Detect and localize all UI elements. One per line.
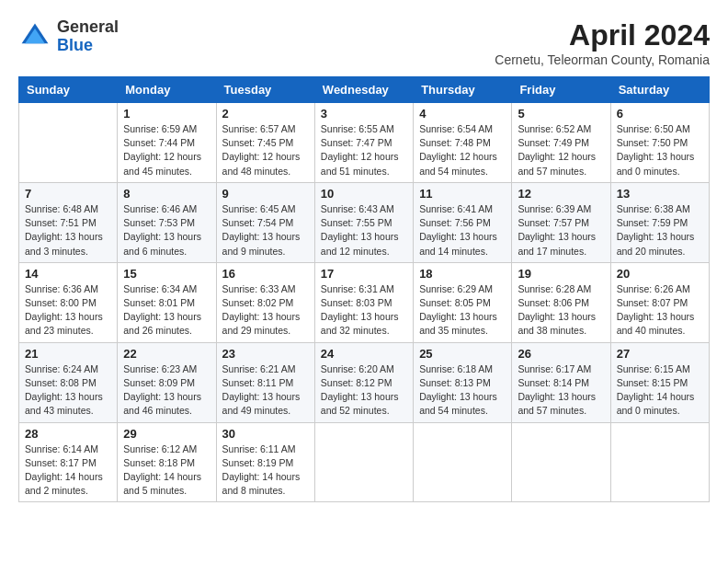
calendar-cell: 22Sunrise: 6:23 AM Sunset: 8:09 PM Dayli… bbox=[118, 342, 216, 422]
day-number: 5 bbox=[518, 107, 604, 121]
calendar-week-row: 7Sunrise: 6:48 AM Sunset: 7:51 PM Daylig… bbox=[19, 182, 710, 262]
day-number: 16 bbox=[222, 267, 309, 281]
day-number: 22 bbox=[123, 347, 210, 361]
day-number: 7 bbox=[25, 187, 111, 201]
day-number: 8 bbox=[123, 187, 210, 201]
calendar-cell: 7Sunrise: 6:48 AM Sunset: 7:51 PM Daylig… bbox=[19, 182, 118, 262]
calendar-cell: 20Sunrise: 6:26 AM Sunset: 8:07 PM Dayli… bbox=[610, 262, 709, 342]
calendar-cell: 16Sunrise: 6:33 AM Sunset: 8:02 PM Dayli… bbox=[216, 262, 314, 342]
day-number: 30 bbox=[222, 427, 309, 441]
day-info: Sunrise: 6:50 AM Sunset: 7:50 PM Dayligh… bbox=[617, 122, 703, 178]
day-info: Sunrise: 6:18 AM Sunset: 8:13 PM Dayligh… bbox=[419, 362, 506, 419]
day-info: Sunrise: 6:11 AM Sunset: 8:19 PM Dayligh… bbox=[222, 442, 309, 499]
calendar-cell: 24Sunrise: 6:20 AM Sunset: 8:12 PM Dayli… bbox=[314, 342, 413, 422]
day-info: Sunrise: 6:20 AM Sunset: 8:12 PM Dayligh… bbox=[321, 362, 407, 419]
logo-blue: Blue bbox=[57, 37, 119, 55]
day-number: 20 bbox=[617, 267, 703, 281]
day-info: Sunrise: 6:15 AM Sunset: 8:15 PM Dayligh… bbox=[617, 362, 703, 419]
calendar-cell: 2Sunrise: 6:57 AM Sunset: 7:45 PM Daylig… bbox=[216, 103, 314, 183]
calendar-cell: 21Sunrise: 6:24 AM Sunset: 8:08 PM Dayli… bbox=[19, 342, 118, 422]
day-info: Sunrise: 6:31 AM Sunset: 8:03 PM Dayligh… bbox=[321, 282, 407, 339]
day-number: 24 bbox=[321, 347, 407, 361]
day-info: Sunrise: 6:17 AM Sunset: 8:14 PM Dayligh… bbox=[518, 362, 604, 419]
day-number: 2 bbox=[222, 107, 309, 121]
day-info: Sunrise: 6:34 AM Sunset: 8:01 PM Dayligh… bbox=[123, 282, 210, 339]
calendar-table: SundayMondayTuesdayWednesdayThursdayFrid… bbox=[18, 76, 710, 502]
day-number: 14 bbox=[25, 267, 111, 281]
calendar-cell: 6Sunrise: 6:50 AM Sunset: 7:50 PM Daylig… bbox=[610, 103, 709, 183]
day-info: Sunrise: 6:14 AM Sunset: 8:17 PM Dayligh… bbox=[25, 442, 111, 499]
calendar-cell bbox=[512, 422, 610, 502]
logo-text: General Blue bbox=[57, 18, 119, 55]
page-header: General Blue April 2024 Cernetu, Teleorm… bbox=[18, 18, 710, 67]
calendar-cell: 15Sunrise: 6:34 AM Sunset: 8:01 PM Dayli… bbox=[118, 262, 216, 342]
calendar-cell bbox=[414, 422, 512, 502]
calendar-cell: 8Sunrise: 6:46 AM Sunset: 7:53 PM Daylig… bbox=[118, 182, 216, 262]
day-number: 27 bbox=[617, 347, 703, 361]
title-section: April 2024 Cernetu, Teleorman County, Ro… bbox=[495, 18, 710, 67]
calendar-cell bbox=[19, 103, 118, 183]
day-number: 9 bbox=[222, 187, 309, 201]
day-number: 1 bbox=[123, 107, 210, 121]
calendar-cell: 9Sunrise: 6:45 AM Sunset: 7:54 PM Daylig… bbox=[216, 182, 314, 262]
weekday-header: Monday bbox=[118, 77, 216, 103]
day-info: Sunrise: 6:39 AM Sunset: 7:57 PM Dayligh… bbox=[518, 202, 604, 259]
day-number: 19 bbox=[518, 267, 604, 281]
calendar-cell: 13Sunrise: 6:38 AM Sunset: 7:59 PM Dayli… bbox=[610, 182, 709, 262]
day-number: 21 bbox=[25, 347, 111, 361]
weekday-header: Tuesday bbox=[216, 77, 314, 103]
day-number: 12 bbox=[518, 187, 604, 201]
day-info: Sunrise: 6:24 AM Sunset: 8:08 PM Dayligh… bbox=[25, 362, 111, 419]
calendar-cell: 26Sunrise: 6:17 AM Sunset: 8:14 PM Dayli… bbox=[512, 342, 610, 422]
calendar-header-row: SundayMondayTuesdayWednesdayThursdayFrid… bbox=[19, 77, 710, 103]
calendar-cell: 14Sunrise: 6:36 AM Sunset: 8:00 PM Dayli… bbox=[19, 262, 118, 342]
weekday-header: Thursday bbox=[414, 77, 512, 103]
weekday-header: Sunday bbox=[19, 77, 118, 103]
calendar-cell: 11Sunrise: 6:41 AM Sunset: 7:56 PM Dayli… bbox=[414, 182, 512, 262]
location-subtitle: Cernetu, Teleorman County, Romania bbox=[495, 52, 710, 67]
calendar-week-row: 1Sunrise: 6:59 AM Sunset: 7:44 PM Daylig… bbox=[19, 103, 710, 183]
calendar-cell: 30Sunrise: 6:11 AM Sunset: 8:19 PM Dayli… bbox=[216, 422, 314, 502]
day-info: Sunrise: 6:57 AM Sunset: 7:45 PM Dayligh… bbox=[222, 122, 309, 178]
day-info: Sunrise: 6:29 AM Sunset: 8:05 PM Dayligh… bbox=[419, 282, 506, 339]
day-number: 10 bbox=[321, 187, 407, 201]
day-info: Sunrise: 6:12 AM Sunset: 8:18 PM Dayligh… bbox=[123, 442, 210, 499]
calendar-cell: 27Sunrise: 6:15 AM Sunset: 8:15 PM Dayli… bbox=[610, 342, 709, 422]
day-number: 26 bbox=[518, 347, 604, 361]
day-number: 15 bbox=[123, 267, 210, 281]
calendar-cell: 25Sunrise: 6:18 AM Sunset: 8:13 PM Dayli… bbox=[414, 342, 512, 422]
day-number: 18 bbox=[419, 267, 506, 281]
day-info: Sunrise: 6:46 AM Sunset: 7:53 PM Dayligh… bbox=[123, 202, 210, 259]
weekday-header: Friday bbox=[512, 77, 610, 103]
calendar-cell: 19Sunrise: 6:28 AM Sunset: 8:06 PM Dayli… bbox=[512, 262, 610, 342]
month-title: April 2024 bbox=[495, 18, 710, 52]
day-info: Sunrise: 6:26 AM Sunset: 8:07 PM Dayligh… bbox=[617, 282, 703, 339]
calendar-cell: 23Sunrise: 6:21 AM Sunset: 8:11 PM Dayli… bbox=[216, 342, 314, 422]
day-info: Sunrise: 6:45 AM Sunset: 7:54 PM Dayligh… bbox=[222, 202, 309, 259]
weekday-header: Saturday bbox=[610, 77, 709, 103]
day-info: Sunrise: 6:21 AM Sunset: 8:11 PM Dayligh… bbox=[222, 362, 309, 419]
calendar-cell bbox=[610, 422, 709, 502]
day-number: 23 bbox=[222, 347, 309, 361]
day-info: Sunrise: 6:36 AM Sunset: 8:00 PM Dayligh… bbox=[25, 282, 111, 339]
day-info: Sunrise: 6:38 AM Sunset: 7:59 PM Dayligh… bbox=[617, 202, 703, 259]
logo-general: General bbox=[57, 18, 119, 37]
day-number: 25 bbox=[419, 347, 506, 361]
calendar-week-row: 21Sunrise: 6:24 AM Sunset: 8:08 PM Dayli… bbox=[19, 342, 710, 422]
day-info: Sunrise: 6:54 AM Sunset: 7:48 PM Dayligh… bbox=[419, 122, 506, 178]
day-info: Sunrise: 6:52 AM Sunset: 7:49 PM Dayligh… bbox=[518, 122, 604, 178]
calendar-cell: 10Sunrise: 6:43 AM Sunset: 7:55 PM Dayli… bbox=[314, 182, 413, 262]
day-number: 28 bbox=[25, 427, 111, 441]
calendar-cell: 28Sunrise: 6:14 AM Sunset: 8:17 PM Dayli… bbox=[19, 422, 118, 502]
calendar-week-row: 28Sunrise: 6:14 AM Sunset: 8:17 PM Dayli… bbox=[19, 422, 710, 502]
day-info: Sunrise: 6:41 AM Sunset: 7:56 PM Dayligh… bbox=[419, 202, 506, 259]
logo: General Blue bbox=[18, 18, 119, 55]
day-info: Sunrise: 6:23 AM Sunset: 8:09 PM Dayligh… bbox=[123, 362, 210, 419]
day-number: 29 bbox=[123, 427, 210, 441]
calendar-cell: 1Sunrise: 6:59 AM Sunset: 7:44 PM Daylig… bbox=[118, 103, 216, 183]
day-info: Sunrise: 6:55 AM Sunset: 7:47 PM Dayligh… bbox=[321, 122, 407, 178]
day-number: 3 bbox=[321, 107, 407, 121]
weekday-header: Wednesday bbox=[314, 77, 413, 103]
day-info: Sunrise: 6:48 AM Sunset: 7:51 PM Dayligh… bbox=[25, 202, 111, 259]
calendar-cell: 5Sunrise: 6:52 AM Sunset: 7:49 PM Daylig… bbox=[512, 103, 610, 183]
